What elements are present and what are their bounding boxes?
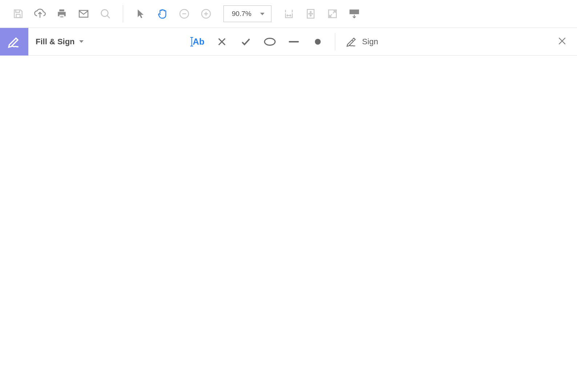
svg-rect-2 [60,16,63,16]
sign-label: Sign [362,37,378,46]
zoom-level-select[interactable]: 90.7% [223,5,271,22]
tools-divider [335,33,335,50]
cursor-icon [135,8,146,20]
dot-tool-button[interactable] [306,31,330,53]
line-icon [289,41,299,42]
hand-tool-button[interactable] [152,3,173,25]
keyboard-button[interactable] [343,3,365,25]
circle-tool-button[interactable] [258,31,282,53]
svg-rect-13 [354,11,355,11]
search-button[interactable] [94,3,116,25]
cloud-upload-icon [34,8,46,20]
envelope-icon [78,8,89,20]
fill-sign-tools: Ab Sign [186,31,383,53]
fill-sign-toolbar: Fill & Sign Ab [0,28,577,56]
fit-width-button[interactable] [278,3,300,25]
keyboard-down-icon [348,8,360,20]
fill-sign-dropdown[interactable]: Fill & Sign [28,37,91,46]
ellipse-icon [264,38,276,46]
fit-page-icon [305,8,316,20]
line-tool-button[interactable] [282,31,306,53]
save-button[interactable] [7,3,29,25]
x-mark-icon [217,36,227,47]
toolbar-divider [123,5,123,23]
svg-rect-12 [352,11,354,11]
svg-rect-3 [60,17,63,17]
save-icon [12,8,24,20]
check-tool-button[interactable] [234,31,258,53]
select-tool-button[interactable] [130,3,152,25]
search-icon [100,8,111,20]
dot-icon [315,39,321,45]
pen-signature-icon [346,36,358,47]
cross-tool-button[interactable] [210,31,234,53]
svg-rect-17 [352,12,356,13]
svg-rect-1 [60,15,64,18]
text-icon: Ab [191,37,205,47]
checkmark-icon [241,36,251,47]
fit-width-icon [283,8,295,20]
svg-rect-11 [351,11,352,11]
dropdown-caret-icon [79,40,84,43]
svg-rect-15 [357,11,358,11]
sign-button[interactable]: Sign [340,36,383,47]
text-tool-button[interactable]: Ab [186,31,210,53]
dropdown-caret-icon [260,13,265,15]
svg-rect-14 [355,11,356,11]
email-button[interactable] [73,3,94,25]
print-button[interactable] [51,3,73,25]
svg-rect-18 [357,12,358,13]
zoom-value: 90.7% [232,10,251,18]
fullscreen-button[interactable] [322,3,343,25]
print-icon [56,8,68,20]
fill-sign-mode-badge[interactable] [0,28,28,56]
close-icon [557,36,567,46]
zoom-out-icon [178,8,190,20]
svg-rect-0 [16,14,20,17]
signature-icon [7,34,21,49]
zoom-in-icon [200,8,212,20]
zoom-in-button[interactable] [195,3,217,25]
main-toolbar: 90.7% [0,0,577,28]
zoom-out-button[interactable] [173,3,195,25]
close-toolbar-button[interactable] [557,36,567,47]
fit-page-button[interactable] [300,3,322,25]
fullscreen-icon [327,8,338,20]
svg-rect-16 [351,12,352,13]
upload-button[interactable] [29,3,51,25]
hand-icon [157,8,168,20]
svg-point-5 [101,10,108,17]
fill-sign-label: Fill & Sign [36,37,75,46]
document-area [0,56,577,392]
